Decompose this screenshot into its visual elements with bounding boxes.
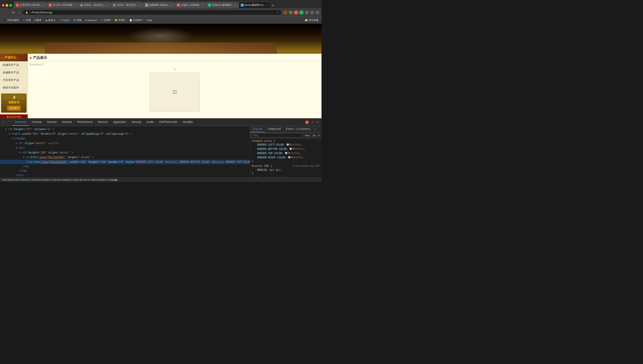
tab-5-close[interactable]: × <box>170 3 173 7</box>
refresh-button[interactable]: ↻ <box>11 10 16 15</box>
breadcrumb-a[interactable]: a <box>111 178 113 181</box>
devtools-tab-audits[interactable]: Audits <box>144 119 157 126</box>
devtools-tab-sources[interactable]: Sources <box>44 119 59 126</box>
tab-5[interactable]: 🌐 福建雕塑, 脱胎漆... × <box>143 2 175 8</box>
hov-button[interactable]: :hov <box>304 134 310 137</box>
breadcrumb-img[interactable]: img <box>113 178 117 181</box>
styles-tab-event-listeners[interactable]: Event Listeners <box>283 126 313 132</box>
extension-icon-1[interactable]: 🧩 <box>288 10 293 15</box>
bookmark-log[interactable]: 📋 日志审计 <box>128 18 144 22</box>
breadcrumb-body[interactable]: body <box>8 178 14 181</box>
tab-3[interactable]: 🔒 封神台 - 掌控安全... × <box>78 2 111 8</box>
styles-filter-input[interactable] <box>251 134 303 138</box>
dom-line-8-selected[interactable]: <img src="zkag{f0e12dafb6}" width="450" … <box>0 160 250 164</box>
cls-button[interactable]: .cls <box>311 134 316 137</box>
dom-line-1[interactable]: ▼ <td height="237" colspan="2" > <box>0 127 250 132</box>
dom-line-6[interactable]: ▼ <td height="200" align="center" > <box>0 150 250 155</box>
breadcrumb-table-4[interactable]: table <box>90 178 98 181</box>
tab-7-close[interactable]: × <box>234 3 236 7</box>
breadcrumb-tr-4[interactable]: tr <box>105 178 108 181</box>
devtools-tab-memory[interactable]: Memory <box>95 119 110 126</box>
dom-panel[interactable]: ▼ <td height="237" colspan="2" > ▼ <tabl… <box>0 126 250 178</box>
home-button[interactable]: ⌂ <box>17 10 21 15</box>
dom-line-2[interactable]: ▼ <table width="95%" border="0" align="c… <box>0 132 250 136</box>
new-tab-button[interactable]: + <box>271 3 275 8</box>
star-icon[interactable]: ☆ <box>276 11 279 14</box>
extension-icon-5[interactable]: ✂ <box>310 10 314 15</box>
close-traffic-light[interactable] <box>2 4 5 7</box>
breadcrumb-td-4[interactable]: td <box>108 178 111 181</box>
bookmark-other[interactable]: 📁 其它收藏 <box>303 18 320 22</box>
bookmark-fofa[interactable]: f fofa <box>145 18 153 22</box>
tab-6-close[interactable]: × <box>202 3 204 7</box>
dom-line-3[interactable]: ▼ <tbody> <box>0 136 250 141</box>
breadcrumb-tbody-1[interactable]: tbody <box>21 178 28 181</box>
tab-1[interactable]: C 文章管理-CSDN博... × <box>14 2 47 8</box>
dom-line-9[interactable]: </a> <box>0 164 250 168</box>
tab-4-close[interactable]: × <box>139 3 141 7</box>
breadcrumb-table-1[interactable]: table <box>14 178 21 181</box>
tab-2-close[interactable]: × <box>74 3 76 7</box>
devtools-close-button[interactable]: × <box>316 120 320 124</box>
breadcrumb-tr-1[interactable]: tr <box>28 178 31 181</box>
device-toggle-button[interactable]: 📱 <box>6 120 12 124</box>
profile-icon[interactable]: 👤 <box>283 10 287 15</box>
breadcrumb-html[interactable]: html <box>2 178 8 181</box>
devtools-tab-application[interactable]: Application <box>110 119 129 126</box>
bookmark-baidu[interactable]: 百 百度 <box>22 18 32 22</box>
sidebar-menu-item-1[interactable]: ·机械零件产品 <box>0 61 28 69</box>
dom-line-11[interactable]: </tr> <box>0 173 250 178</box>
breadcrumb-td-3[interactable]: td <box>73 178 76 181</box>
breadcrumb-tbody-4[interactable]: tbody <box>98 178 105 181</box>
devtools-tab-security[interactable]: Security <box>129 119 144 126</box>
tab-6[interactable]: 百 url编码_百度搜索 × <box>175 2 206 8</box>
sidebar-menu-item-4[interactable]: ·精密汽车配件 <box>0 84 28 92</box>
breadcrumb-table-3[interactable]: table <box>55 178 63 181</box>
tab-4[interactable]: 🔒 封神台 - 掌控安全... × <box>111 2 143 8</box>
color-swatch-2[interactable] <box>289 148 292 150</box>
expand-arrow-2[interactable]: ▼ <box>9 133 12 135</box>
devtools-tab-hackbar[interactable]: HackBar <box>180 119 196 126</box>
menu-icon[interactable]: ≡ <box>315 10 320 15</box>
breadcrumb-table-2[interactable]: table <box>34 178 42 181</box>
bookmark-cloudprotect[interactable]: 🛡 云防护 <box>99 18 112 22</box>
sidebar-menu-item-3[interactable]: ·汽车零件产品 <box>0 76 28 84</box>
bookmark-gov[interactable]: ☁ 政务云 <box>44 18 57 22</box>
tab-8-close[interactable]: × <box>266 3 268 7</box>
expand-arrow[interactable]: ▼ <box>5 128 8 130</box>
color-swatch-1[interactable] <box>287 144 289 146</box>
breadcrumb-td-1[interactable]: td <box>32 178 34 181</box>
devtools-more-button[interactable]: ⋮ <box>310 120 315 124</box>
add-style-button[interactable]: + <box>317 133 320 138</box>
bookmark-mingyu[interactable]: 🔵 明御 <box>72 18 83 22</box>
breadcrumb-tr-2[interactable]: tr <box>49 178 52 181</box>
sidebar-menu-item-2[interactable]: ·机械配件产品 <box>0 69 28 76</box>
breadcrumb-tbody-2[interactable]: tbody <box>42 178 49 181</box>
devtools-tab-editthiscookie[interactable]: EditThisCookie <box>157 119 180 126</box>
maximize-traffic-light[interactable] <box>9 4 12 7</box>
dom-line-4[interactable]: ▶ <tr align="center" >…</tr> <box>0 141 250 146</box>
dom-line-5[interactable]: ▼ <tr> <box>0 146 250 150</box>
forward-button[interactable]: › <box>7 10 10 15</box>
breadcrumb-tr-3[interactable]: tr <box>70 178 73 181</box>
address-bar[interactable]: 🔒 | ProductShow.asp ☆ <box>22 10 282 15</box>
tab-3-close[interactable]: × <box>106 3 109 7</box>
breadcrumb-tbody-3[interactable]: tbody <box>63 178 70 181</box>
dom-line-10[interactable]: </td> <box>0 168 250 173</box>
tab-2[interactable]: C 写文章-CSDN博客 × <box>47 2 78 8</box>
devtools-tab-performance[interactable]: Performance <box>75 119 95 126</box>
tab-8[interactable]: A Access数据库-Co... × <box>239 2 271 8</box>
bookmark-huatong[interactable]: 🔶 华通云 <box>113 18 127 22</box>
tab-7[interactable]: ✓ 在线URL编码解码... × <box>206 2 239 8</box>
extension-icon-2[interactable]: C <box>294 10 298 15</box>
styles-tab-styles[interactable]: Styles <box>250 126 265 132</box>
devtools-tab-network[interactable]: Network <box>59 119 75 126</box>
minimize-traffic-light[interactable] <box>6 4 8 7</box>
bookmark-mobile[interactable]: 📱 手机收藏夹 <box>2 18 21 22</box>
extension-icon-4[interactable]: ⬇ <box>304 10 309 15</box>
devtools-tab-console[interactable]: Console <box>29 119 44 126</box>
styles-tab-computed[interactable]: Computed <box>265 126 283 132</box>
inspect-element-button[interactable]: ⬚ <box>1 120 6 124</box>
back-button[interactable]: ‹ <box>2 10 5 15</box>
color-swatch-4[interactable] <box>288 156 290 158</box>
